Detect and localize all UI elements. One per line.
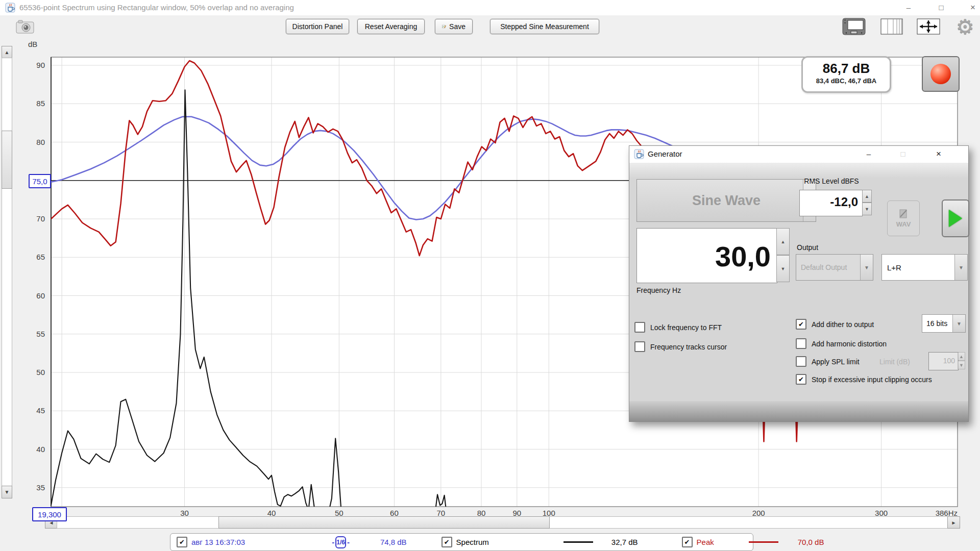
- spin-down-icon[interactable]: ▼: [958, 361, 965, 369]
- x-tick-label: 40: [267, 509, 276, 517]
- limit-db-label: Limit (dB): [879, 358, 910, 366]
- frequency-field[interactable]: 30,0: [636, 228, 777, 283]
- limit-db-spin-buttons[interactable]: ▲▼: [958, 352, 965, 369]
- record-icon: [930, 64, 951, 84]
- x-tick-label: 300: [875, 509, 888, 517]
- generator-dialog: Generator – □ × Sine Wave ▼ RMS Level dB…: [629, 145, 969, 422]
- cursor-frequency-readout: 19,300: [32, 507, 67, 521]
- rms-level-spin-buttons[interactable]: ▲▼: [862, 190, 872, 215]
- output-label: Output: [797, 243, 818, 252]
- y-axis-title: dB: [28, 40, 37, 48]
- y-tick-label: 65: [36, 253, 45, 261]
- x-tick-label: 70: [436, 509, 445, 517]
- stop-clipping-row[interactable]: ✔ Stop if excessive input clipping occur…: [796, 374, 932, 385]
- rms-level-label: RMS Level dBFS: [799, 177, 864, 185]
- chevron-down-icon: ▼: [860, 255, 873, 280]
- y-tick-label: 45: [36, 406, 45, 415]
- generator-footer: [629, 401, 968, 421]
- play-icon: [949, 210, 962, 227]
- java-app-icon: [634, 149, 644, 159]
- output-device-value: Default Output: [801, 263, 847, 271]
- peak-line-sample: [749, 541, 778, 543]
- frequency-value: 30,0: [637, 240, 771, 273]
- y-tick-label: 50: [36, 368, 45, 377]
- add-dither-checkbox[interactable]: ✔: [796, 319, 806, 330]
- add-harmonic-distortion-row[interactable]: Add harmonic distortion: [796, 338, 887, 349]
- frequency-tracks-cursor-label: Frequency tracks cursor: [650, 343, 727, 351]
- apply-spl-limit-label: Apply SPL limit: [812, 358, 860, 366]
- x-end-label: 386Hz: [936, 509, 958, 517]
- spl-value: 86,7 dB: [803, 61, 890, 77]
- apply-spl-limit-checkbox[interactable]: [796, 356, 806, 367]
- signal-type-value: Sine Wave: [637, 193, 816, 209]
- spin-down-icon[interactable]: ▼: [776, 255, 790, 282]
- chevron-down-icon: ▼: [952, 315, 965, 332]
- rms-level-value: -12,0: [800, 195, 858, 209]
- generator-maximize-button[interactable]: □: [896, 148, 910, 160]
- spl-meter: 86,7 dB 83,4 dBC, 46,7 dBA: [801, 56, 891, 93]
- spin-down-icon[interactable]: ▼: [862, 203, 872, 215]
- signal-type-combo[interactable]: Sine Wave ▼: [636, 179, 816, 222]
- lock-frequency-row[interactable]: Lock frequency to FFT: [634, 322, 722, 333]
- generator-title-bar[interactable]: Generator – □ ×: [629, 146, 968, 163]
- stop-clipping-checkbox[interactable]: ✔: [796, 374, 806, 385]
- lock-frequency-checkbox[interactable]: [634, 322, 645, 333]
- spl-weighted-values: 83,4 dBC, 46,7 dBA: [803, 77, 890, 85]
- y-tick-label: 90: [36, 61, 45, 69]
- frequency-tracks-cursor-row[interactable]: Frequency tracks cursor: [634, 341, 727, 352]
- lock-frequency-label: Lock frequency to FFT: [650, 323, 722, 332]
- y-tick-label: 40: [36, 445, 45, 454]
- limit-db-value: 100: [929, 357, 955, 365]
- spectrum-line-sample: [564, 541, 593, 543]
- x-tick-label: 30: [180, 509, 189, 517]
- generator-close-button[interactable]: ×: [932, 148, 946, 160]
- x-tick-label: 80: [477, 509, 486, 517]
- peak-trace-value: 70,0 dB: [798, 538, 824, 546]
- dither-bits-value: 16 bits: [926, 319, 947, 328]
- measurement-trace-checkbox[interactable]: ✔: [177, 537, 187, 547]
- wav-file-icon: [898, 209, 909, 219]
- y-tick-label: 55: [36, 330, 45, 338]
- spin-up-icon[interactable]: ▲: [776, 228, 790, 255]
- record-button[interactable]: [922, 56, 960, 92]
- generator-title: Generator: [648, 149, 682, 158]
- peak-trace-label[interactable]: Peak: [697, 538, 714, 546]
- output-channel-value: L+R: [887, 263, 901, 272]
- x-tick-label: 90: [512, 509, 521, 517]
- y-tick-label: 70: [36, 214, 45, 223]
- spin-up-icon[interactable]: ▲: [958, 352, 965, 361]
- smoothing-icon[interactable]: 1/6: [335, 536, 346, 548]
- add-harmonic-distortion-label: Add harmonic distortion: [812, 340, 887, 348]
- spectrum-trace-checkbox[interactable]: ✔: [442, 537, 452, 547]
- stop-clipping-label: Stop if excessive input clipping occurs: [812, 375, 932, 384]
- x-tick-label: 100: [543, 509, 555, 517]
- wav-button[interactable]: WAV: [887, 201, 920, 236]
- frequency-spin-buttons[interactable]: ▲▼: [776, 228, 790, 282]
- peak-trace-checkbox[interactable]: ✔: [682, 537, 693, 547]
- x-tick-label: 200: [752, 509, 765, 517]
- smoothing-dash-right: -: [347, 538, 350, 546]
- x-tick-label: 50: [335, 509, 344, 517]
- spectrum-trace-label[interactable]: Spectrum: [456, 538, 489, 546]
- frequency-tracks-cursor-checkbox[interactable]: [634, 341, 645, 352]
- dither-bits-combo[interactable]: 16 bits ▼: [922, 314, 966, 333]
- add-dither-row[interactable]: ✔ Add dither to output: [796, 319, 874, 330]
- spectrum-trace-value: 32,7 dB: [611, 538, 638, 546]
- apply-spl-limit-row[interactable]: Apply SPL limit: [796, 356, 860, 367]
- limit-db-field[interactable]: 100: [928, 352, 959, 370]
- add-harmonic-distortion-checkbox[interactable]: [796, 338, 806, 349]
- measurement-trace-label[interactable]: авг 13 16:37:03: [191, 538, 245, 546]
- play-button[interactable]: [942, 199, 969, 237]
- spin-up-icon[interactable]: ▲: [862, 190, 872, 203]
- y-tick-label: 85: [36, 99, 45, 108]
- generator-minimize-button[interactable]: –: [862, 148, 876, 160]
- measurement-trace-value: 74,8 dB: [380, 538, 407, 546]
- y-tick-label: 60: [36, 291, 45, 300]
- smoothing-dash-left: -: [332, 538, 334, 546]
- wav-button-label: WAV: [896, 220, 911, 228]
- rms-level-field[interactable]: -12,0: [799, 190, 863, 216]
- add-dither-label: Add dither to output: [812, 320, 874, 329]
- output-channel-combo[interactable]: L+R ▼: [881, 254, 968, 281]
- y-tick-label: 80: [36, 138, 45, 146]
- output-device-combo[interactable]: Default Output ▼: [796, 254, 873, 281]
